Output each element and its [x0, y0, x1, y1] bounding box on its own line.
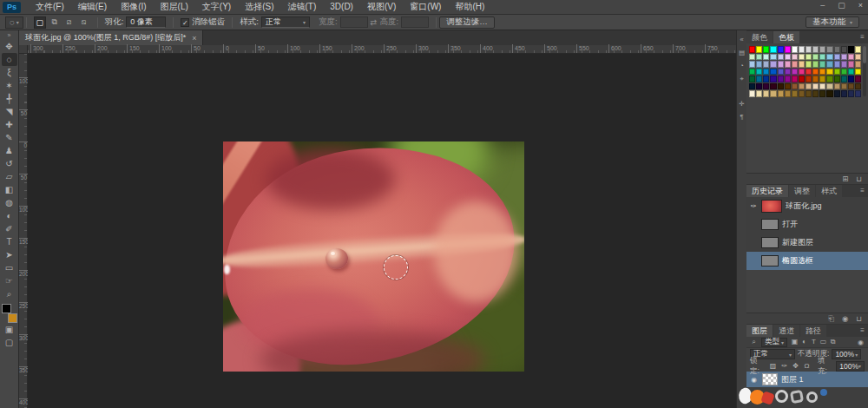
lock-pixels-icon[interactable]: ✑: [779, 362, 789, 370]
vertical-ruler[interactable]: 10050050100150200250300350400: [19, 54, 28, 408]
color-swatch[interactable]: [792, 76, 798, 82]
color-swatch[interactable]: [812, 46, 819, 53]
tab-颜色[interactable]: 颜色: [746, 31, 773, 43]
color-swatch[interactable]: [812, 61, 819, 68]
maximize-button[interactable]: ▢: [838, 1, 845, 10]
close-button[interactable]: ×: [858, 1, 863, 10]
color-swatch[interactable]: [799, 83, 805, 90]
tab-色板[interactable]: 色板: [773, 31, 799, 43]
new-swatch-icon[interactable]: ⊞: [842, 174, 848, 183]
color-swatch[interactable]: [756, 54, 762, 61]
color-swatch[interactable]: [799, 76, 805, 82]
history-brush-tool[interactable]: ↺: [2, 157, 17, 170]
color-swatch[interactable]: [763, 90, 769, 97]
character-panel-icon[interactable]: ✛: [737, 97, 747, 110]
color-swatch[interactable]: [756, 69, 762, 76]
color-swatch[interactable]: [848, 46, 854, 53]
gradient-tool[interactable]: ◧: [2, 183, 17, 196]
color-swatch[interactable]: [855, 69, 861, 76]
color-swatch[interactable]: [826, 46, 832, 53]
color-swatch[interactable]: [848, 61, 854, 68]
crop-tool[interactable]: ╃: [2, 92, 17, 105]
menu-item[interactable]: 视图(V): [360, 0, 403, 14]
color-swatch[interactable]: [756, 76, 762, 82]
color-swatch[interactable]: [834, 69, 840, 76]
color-swatch[interactable]: [806, 90, 812, 97]
document-tab[interactable]: 球面化.jpg @ 100%(图层 1, RGB/8#) [缩放后]* ×: [19, 30, 203, 45]
color-swatch[interactable]: [792, 90, 798, 97]
color-swatch[interactable]: [812, 90, 819, 97]
menu-item[interactable]: 文字(Y): [195, 0, 238, 14]
filter-smart-objects-icon[interactable]: ⧉: [828, 338, 838, 346]
color-swatch[interactable]: [799, 90, 805, 97]
shape-tool[interactable]: ▭: [2, 261, 17, 274]
color-swatch[interactable]: [799, 61, 805, 68]
color-swatch[interactable]: [841, 69, 847, 76]
color-swatch[interactable]: [855, 61, 861, 68]
color-swatch[interactable]: [763, 69, 769, 76]
color-swatch[interactable]: [785, 54, 791, 61]
color-swatch[interactable]: [785, 69, 791, 76]
hand-tool[interactable]: ☞: [2, 274, 17, 287]
color-swatch[interactable]: [770, 90, 776, 97]
color-swatch[interactable]: [749, 83, 755, 90]
color-swatch[interactable]: [806, 69, 812, 76]
color-swatch[interactable]: [770, 54, 776, 61]
color-swatch[interactable]: [819, 90, 825, 97]
add-selection-mode[interactable]: ⧉: [49, 16, 61, 29]
canvas-workspace[interactable]: [28, 54, 736, 408]
path-selection-tool[interactable]: ➤: [2, 248, 17, 261]
panel-menu-icon[interactable]: ≡: [860, 31, 868, 43]
healing-brush-tool[interactable]: ✚: [2, 118, 17, 131]
color-swatch[interactable]: [826, 83, 832, 90]
screen-mode-button[interactable]: ▢: [2, 336, 17, 349]
history-entry[interactable]: 新建图层: [746, 234, 868, 252]
color-swatch[interactable]: [792, 83, 798, 90]
color-swatch[interactable]: [806, 83, 812, 90]
history-entry[interactable]: ✑球面化.jpg: [746, 197, 868, 215]
color-swatch[interactable]: [819, 46, 825, 53]
opacity-dropdown[interactable]: 100% ▾: [832, 349, 861, 359]
history-brush-source-icon[interactable]: ✑: [749, 202, 758, 210]
quick-mask-button[interactable]: ▣: [2, 323, 17, 336]
background-color-swatch[interactable]: [8, 313, 17, 323]
tool-preset-dropdown[interactable]: ◌ ▾: [5, 16, 23, 29]
dodge-tool[interactable]: ◐: [2, 209, 17, 222]
color-swatch[interactable]: [848, 76, 854, 82]
color-swatch[interactable]: [778, 83, 784, 90]
color-swatch[interactable]: [819, 61, 825, 68]
color-swatch[interactable]: [826, 90, 832, 97]
color-swatch[interactable]: [778, 46, 784, 53]
color-swatch[interactable]: [848, 83, 854, 90]
color-swatch[interactable]: [834, 90, 840, 97]
color-swatch[interactable]: [770, 76, 776, 82]
color-swatch[interactable]: [799, 46, 805, 53]
color-swatch[interactable]: [806, 46, 812, 53]
fill-dropdown[interactable]: 100% ▾: [836, 361, 865, 372]
color-swatch[interactable]: [841, 90, 847, 97]
color-swatch[interactable]: [841, 83, 847, 90]
foreground-color-swatch[interactable]: [2, 304, 11, 313]
color-swatch[interactable]: [799, 69, 805, 76]
workspace-switcher-button[interactable]: 基本功能 ▾: [806, 16, 859, 28]
color-swatch[interactable]: [785, 76, 791, 82]
color-swatch[interactable]: [749, 69, 755, 76]
color-swatch[interactable]: [763, 46, 769, 53]
color-swatch[interactable]: [834, 83, 840, 90]
color-swatch[interactable]: [756, 46, 762, 53]
antialias-checkbox[interactable]: ✓: [181, 18, 189, 27]
paragraph-panel-icon[interactable]: ¶: [737, 110, 747, 123]
lasso-tool[interactable]: ξ: [2, 66, 17, 79]
color-swatch[interactable]: [848, 54, 854, 61]
tab-路径[interactable]: 路径: [800, 325, 826, 337]
filter-shape-layers-icon[interactable]: ▭: [819, 338, 828, 346]
tab-历史记录[interactable]: 历史记录: [746, 185, 788, 197]
color-swatch[interactable]: [855, 54, 861, 61]
minimize-button[interactable]: –: [820, 1, 825, 10]
history-entry[interactable]: 椭圆选框: [746, 252, 868, 270]
navigator-panel-icon[interactable]: ▤: [737, 46, 747, 59]
menu-item[interactable]: 选择(S): [238, 0, 280, 14]
panel-menu-icon[interactable]: ≡: [860, 325, 868, 337]
color-swatch[interactable]: [792, 54, 798, 61]
history-entry[interactable]: 打开: [746, 215, 868, 234]
